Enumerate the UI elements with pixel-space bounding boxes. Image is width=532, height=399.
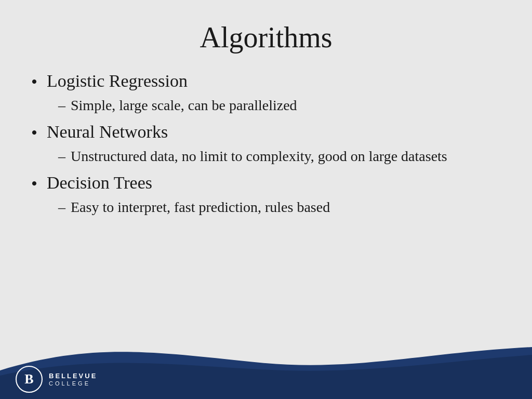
bullet-main-2: • Neural Networks <box>31 121 501 144</box>
bullet-sub-text-3: Easy to interpret, fast prediction, rule… <box>71 197 330 217</box>
dash-icon-2: – <box>58 147 65 166</box>
bullet-main-text-1: Logistic Regression <box>47 70 188 92</box>
bullet-sub-3: – Easy to interpret, fast prediction, ru… <box>31 197 501 217</box>
bullet-main-3: • Decision Trees <box>31 171 501 195</box>
bullet-sub-2: – Unstructured data, no limit to complex… <box>31 147 501 166</box>
school-name-line2: COLLEGE <box>49 380 97 387</box>
slide-content: Algorithms • Logistic Regression – Simpl… <box>0 0 532 342</box>
bullet-dot-icon: • <box>31 172 37 195</box>
bc-text: BELLEVUE COLLEGE <box>49 372 97 387</box>
footer-branding: B BELLEVUE COLLEGE <box>16 366 97 393</box>
list-item: • Decision Trees – Easy to interpret, fa… <box>31 171 501 217</box>
list-item: • Neural Networks – Unstructured data, n… <box>31 121 501 166</box>
bullet-dot-icon: • <box>31 122 37 144</box>
dash-icon-3: – <box>58 197 65 217</box>
dash-icon-1: – <box>58 96 65 115</box>
school-name-line1: BELLEVUE <box>49 372 97 380</box>
bullet-sub-text-2: Unstructured data, no limit to complexit… <box>71 147 447 166</box>
bullet-main-text-2: Neural Networks <box>47 121 168 143</box>
slide: Algorithms • Logistic Regression – Simpl… <box>0 0 532 399</box>
bullet-list: • Logistic Regression – Simple, large sc… <box>31 70 501 331</box>
bc-logo: B <box>16 366 43 393</box>
slide-title: Algorithms <box>31 10 501 54</box>
bullet-main-1: • Logistic Regression <box>31 70 501 94</box>
bullet-sub-text-1: Simple, large scale, can be parallelized <box>71 96 297 115</box>
footer: B BELLEVUE COLLEGE <box>0 342 532 399</box>
bullet-dot-icon: • <box>31 71 37 94</box>
bullet-main-text-3: Decision Trees <box>47 171 152 194</box>
bullet-sub-1: – Simple, large scale, can be paralleliz… <box>31 96 501 115</box>
list-item: • Logistic Regression – Simple, large sc… <box>31 70 501 115</box>
logo-letter: B <box>24 371 33 387</box>
